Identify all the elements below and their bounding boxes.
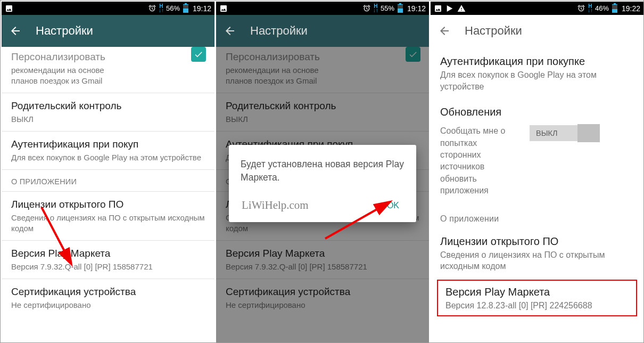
back-icon[interactable] <box>224 24 236 37</box>
parental-sub: ВЫКЛ <box>11 114 205 125</box>
license-row[interactable]: Лицензии открытого ПО Сведения о лицензи… <box>2 192 214 241</box>
page-title: Настройки <box>250 24 308 38</box>
updates-row[interactable]: Обновления <box>431 99 643 119</box>
recommendations-sub-1: рекомендации на основе <box>11 65 205 76</box>
battery-icon <box>612 4 617 13</box>
update-dialog: Будет установлена новая версия Play Марк… <box>229 145 416 222</box>
recommendations-checkbox[interactable] <box>191 47 206 62</box>
app-bar: Настройки <box>431 15 643 47</box>
updates-title: Обновления <box>440 105 634 119</box>
auth-title: Аутентификация при покуп <box>11 138 205 151</box>
cert-row[interactable]: Сертификация устройства Не сертифицирова… <box>2 279 214 317</box>
battery-icon <box>183 4 188 13</box>
clock: 19:12 <box>407 4 426 13</box>
parental-title: Родительский контроль <box>11 100 205 113</box>
cert-sub: Не сертифицировано <box>11 300 205 311</box>
status-bar: H ↓↑ 56% 19:12 <box>2 2 214 15</box>
ok-button[interactable]: OK <box>382 197 404 215</box>
license-title: Лицензии открытого ПО <box>11 198 205 211</box>
screenshot-2: H ↓↑ 55% 19:12 Настройки Персонализирова… <box>216 2 429 342</box>
play-icon <box>445 4 454 13</box>
recommendations-title-cut: Персонализировать <box>11 50 205 64</box>
clock: 19:12 <box>193 4 211 13</box>
page-title: Настройки <box>465 24 522 38</box>
image-icon <box>434 4 442 13</box>
version-sub: Версия 12.8.23-all [0] [PR] 224256688 <box>445 300 629 312</box>
battery-percent: 56% <box>166 4 180 12</box>
page-title: Настройки <box>36 24 93 38</box>
app-bar: Настройки <box>216 15 429 47</box>
dialog-text: Будет установлена новая версия Play Марк… <box>241 158 404 185</box>
clock: 19:22 <box>622 4 640 13</box>
updates-toggle[interactable]: ВЫКЛ <box>530 125 599 141</box>
alarm-icon <box>577 4 585 13</box>
version-sub: Версия 7.9.32.Q-all [0] [PR] 158587721 <box>11 262 205 272</box>
version-title[interactable]: Версия Play Маркета <box>445 285 629 299</box>
alarm-icon <box>148 4 156 13</box>
auth-row[interactable]: Аутентификация при покупке Для всех поку… <box>431 47 643 99</box>
cert-title: Сертификация устройства <box>11 285 205 299</box>
back-icon[interactable] <box>9 24 22 37</box>
version-row[interactable]: Версия Play Маркета Версия 7.9.32.Q-all … <box>2 241 214 279</box>
screenshot-1: H ↓↑ 56% 19:12 Настройки Персонализирова… <box>2 2 214 342</box>
license-title: Лицензии открытого ПО <box>440 234 634 248</box>
status-bar: H ↓↑ 46% 19:22 <box>431 2 643 15</box>
license-sub: Сведения о лицензиях на ПО с открытым ис… <box>11 213 205 234</box>
alarm-icon <box>362 4 371 13</box>
version-highlight: Версия Play Маркета Версия 12.8.23-all [… <box>437 280 637 317</box>
updates-switch-row: Сообщать мне о попытках сторонних источн… <box>431 120 643 205</box>
status-bar: H ↓↑ 55% 19:12 <box>216 2 429 15</box>
battery-percent: 55% <box>381 4 394 12</box>
parental-control-row[interactable]: Родительский контроль ВЫКЛ <box>2 93 214 132</box>
about-header: О ПРИЛОЖЕНИИ <box>2 170 214 192</box>
toggle-label: ВЫКЛ <box>536 129 557 137</box>
auth-row[interactable]: Аутентификация при покуп Для всех покупо… <box>2 132 214 170</box>
auth-sub: Для всех покупок в Google Play на этом у… <box>11 152 205 163</box>
license-sub: Сведения о лицензиях на ПО с открытым ис… <box>440 249 634 272</box>
check-icon <box>194 50 203 59</box>
image-icon <box>219 4 228 13</box>
license-row[interactable]: Лицензии открытого ПО Сведения о лицензи… <box>431 228 643 279</box>
watermark: LiWiHelp.com <box>242 199 309 212</box>
battery-icon <box>398 4 403 13</box>
auth-title: Аутентификация при покупке <box>440 54 634 68</box>
recommendations-sub-2: планов поездок из Gmail <box>11 76 205 86</box>
back-icon[interactable] <box>438 24 451 37</box>
battery-percent: 46% <box>595 4 609 12</box>
about-header: О приложении <box>431 206 643 228</box>
updates-sub: Сообщать мне о попытках сторонних источн… <box>440 125 520 197</box>
auth-sub: Для всех покупок в Google Play на этом у… <box>440 69 634 92</box>
screenshot-3: H ↓↑ 46% 19:22 Настройки Аутентификация … <box>431 2 643 342</box>
app-bar: Настройки <box>2 15 214 47</box>
recommendations-row[interactable]: Персонализировать рекомендации на основе… <box>2 47 214 93</box>
warning-icon <box>457 4 466 13</box>
version-title: Версия Play Маркета <box>11 247 205 260</box>
image-icon <box>5 4 13 13</box>
